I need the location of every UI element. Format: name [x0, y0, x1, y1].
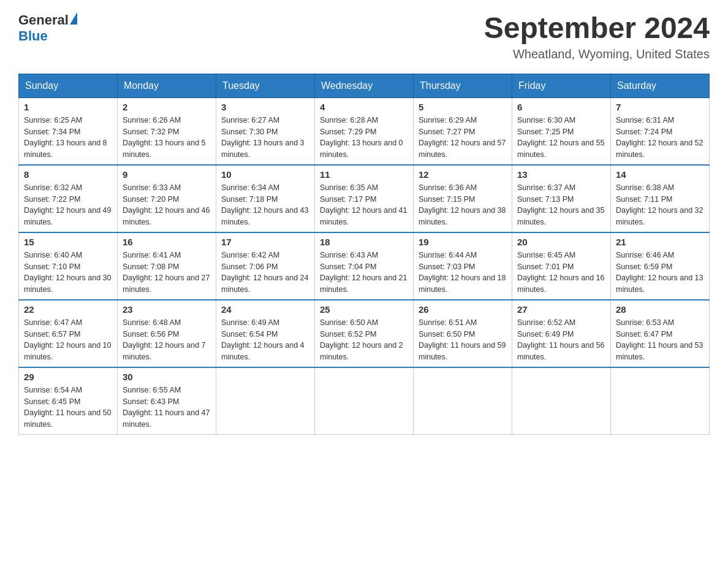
day-number: 15 — [24, 237, 112, 247]
day-number: 27 — [517, 304, 605, 315]
calendar-day-cell — [611, 367, 710, 435]
day-number: 28 — [616, 304, 704, 315]
calendar-day-cell: 18Sunrise: 6:43 AMSunset: 7:04 PMDayligh… — [315, 232, 414, 300]
calendar-day-cell: 27Sunrise: 6:52 AMSunset: 6:49 PMDayligh… — [512, 300, 611, 367]
weekday-header-row: SundayMondayTuesdayWednesdayThursdayFrid… — [19, 74, 710, 98]
day-number: 19 — [419, 237, 507, 247]
day-info: Sunrise: 6:37 AMSunset: 7:13 PMDaylight:… — [517, 182, 605, 228]
day-number: 3 — [221, 102, 309, 112]
day-info: Sunrise: 6:55 AMSunset: 6:43 PMDaylight:… — [123, 385, 211, 431]
day-number: 26 — [419, 304, 507, 315]
day-number: 5 — [419, 102, 507, 112]
calendar-day-cell: 3Sunrise: 6:27 AMSunset: 7:30 PMDaylight… — [216, 98, 315, 165]
calendar-day-cell: 10Sunrise: 6:34 AMSunset: 7:18 PMDayligh… — [216, 165, 315, 232]
calendar-day-cell: 8Sunrise: 6:32 AMSunset: 7:22 PMDaylight… — [19, 165, 118, 232]
day-number: 11 — [320, 169, 408, 180]
day-info: Sunrise: 6:27 AMSunset: 7:30 PMDaylight:… — [221, 115, 309, 161]
day-info: Sunrise: 6:52 AMSunset: 6:49 PMDaylight:… — [517, 317, 605, 363]
page-header: General Blue September 2024 Wheatland, W… — [18, 12, 710, 61]
weekday-header-saturday: Saturday — [611, 74, 710, 98]
day-info: Sunrise: 6:31 AMSunset: 7:24 PMDaylight:… — [616, 115, 704, 161]
day-info: Sunrise: 6:25 AMSunset: 7:34 PMDaylight:… — [24, 115, 112, 161]
day-info: Sunrise: 6:43 AMSunset: 7:04 PMDaylight:… — [320, 250, 408, 296]
day-number: 7 — [616, 102, 704, 112]
day-info: Sunrise: 6:40 AMSunset: 7:10 PMDaylight:… — [24, 250, 112, 296]
calendar-day-cell: 13Sunrise: 6:37 AMSunset: 7:13 PMDayligh… — [512, 165, 611, 232]
calendar-day-cell: 23Sunrise: 6:48 AMSunset: 6:56 PMDayligh… — [118, 300, 216, 367]
day-info: Sunrise: 6:48 AMSunset: 6:56 PMDaylight:… — [123, 317, 211, 363]
day-number: 20 — [517, 237, 605, 247]
day-number: 14 — [616, 169, 704, 180]
calendar-day-cell: 25Sunrise: 6:50 AMSunset: 6:52 PMDayligh… — [315, 300, 414, 367]
calendar-title: September 2024 — [484, 12, 710, 45]
day-number: 4 — [320, 102, 408, 112]
day-number: 30 — [123, 372, 211, 382]
calendar-day-cell: 12Sunrise: 6:36 AMSunset: 7:15 PMDayligh… — [414, 165, 512, 232]
calendar-day-cell — [414, 367, 512, 435]
calendar-day-cell: 24Sunrise: 6:49 AMSunset: 6:54 PMDayligh… — [216, 300, 315, 367]
day-info: Sunrise: 6:47 AMSunset: 6:57 PMDaylight:… — [24, 317, 112, 363]
day-number: 22 — [24, 304, 112, 315]
calendar-day-cell: 16Sunrise: 6:41 AMSunset: 7:08 PMDayligh… — [118, 232, 216, 300]
day-number: 16 — [123, 237, 211, 247]
day-info: Sunrise: 6:34 AMSunset: 7:18 PMDaylight:… — [221, 182, 309, 228]
day-info: Sunrise: 6:41 AMSunset: 7:08 PMDaylight:… — [123, 250, 211, 296]
day-number: 2 — [123, 102, 211, 112]
calendar-day-cell: 15Sunrise: 6:40 AMSunset: 7:10 PMDayligh… — [19, 232, 118, 300]
day-info: Sunrise: 6:33 AMSunset: 7:20 PMDaylight:… — [123, 182, 211, 228]
day-info: Sunrise: 6:51 AMSunset: 6:50 PMDaylight:… — [419, 317, 507, 363]
calendar-day-cell: 29Sunrise: 6:54 AMSunset: 6:45 PMDayligh… — [19, 367, 118, 435]
day-number: 24 — [221, 304, 309, 315]
calendar-week-row: 1Sunrise: 6:25 AMSunset: 7:34 PMDaylight… — [19, 98, 710, 165]
day-number: 6 — [517, 102, 605, 112]
day-info: Sunrise: 6:54 AMSunset: 6:45 PMDaylight:… — [24, 385, 112, 431]
day-number: 25 — [320, 304, 408, 315]
weekday-header-thursday: Thursday — [414, 74, 512, 98]
calendar-day-cell: 28Sunrise: 6:53 AMSunset: 6:47 PMDayligh… — [611, 300, 710, 367]
day-info: Sunrise: 6:28 AMSunset: 7:29 PMDaylight:… — [320, 115, 408, 161]
day-info: Sunrise: 6:45 AMSunset: 7:01 PMDaylight:… — [517, 250, 605, 296]
day-info: Sunrise: 6:30 AMSunset: 7:25 PMDaylight:… — [517, 115, 605, 161]
day-info: Sunrise: 6:35 AMSunset: 7:17 PMDaylight:… — [320, 182, 408, 228]
calendar-day-cell: 5Sunrise: 6:29 AMSunset: 7:27 PMDaylight… — [414, 98, 512, 165]
calendar-day-cell: 11Sunrise: 6:35 AMSunset: 7:17 PMDayligh… — [315, 165, 414, 232]
weekday-header-sunday: Sunday — [19, 74, 118, 98]
day-info: Sunrise: 6:32 AMSunset: 7:22 PMDaylight:… — [24, 182, 112, 228]
calendar-subtitle: Wheatland, Wyoming, United States — [484, 47, 710, 61]
calendar-day-cell: 1Sunrise: 6:25 AMSunset: 7:34 PMDaylight… — [19, 98, 118, 165]
day-number: 8 — [24, 169, 112, 180]
calendar-day-cell — [315, 367, 414, 435]
day-info: Sunrise: 6:49 AMSunset: 6:54 PMDaylight:… — [221, 317, 309, 363]
calendar-table: SundayMondayTuesdayWednesdayThursdayFrid… — [18, 74, 710, 435]
logo-icon — [70, 12, 77, 25]
calendar-day-cell: 20Sunrise: 6:45 AMSunset: 7:01 PMDayligh… — [512, 232, 611, 300]
calendar-day-cell: 2Sunrise: 6:26 AMSunset: 7:32 PMDaylight… — [118, 98, 216, 165]
calendar-day-cell — [512, 367, 611, 435]
day-number: 10 — [221, 169, 309, 180]
calendar-day-cell: 19Sunrise: 6:44 AMSunset: 7:03 PMDayligh… — [414, 232, 512, 300]
day-number: 29 — [24, 372, 112, 382]
day-number: 9 — [123, 169, 211, 180]
day-info: Sunrise: 6:46 AMSunset: 6:59 PMDaylight:… — [616, 250, 704, 296]
logo[interactable]: General Blue — [18, 12, 77, 44]
calendar-day-cell: 22Sunrise: 6:47 AMSunset: 6:57 PMDayligh… — [19, 300, 118, 367]
weekday-header-friday: Friday — [512, 74, 611, 98]
day-number: 18 — [320, 237, 408, 247]
calendar-day-cell: 30Sunrise: 6:55 AMSunset: 6:43 PMDayligh… — [118, 367, 216, 435]
day-number: 17 — [221, 237, 309, 247]
calendar-week-row: 8Sunrise: 6:32 AMSunset: 7:22 PMDaylight… — [19, 165, 710, 232]
day-info: Sunrise: 6:44 AMSunset: 7:03 PMDaylight:… — [419, 250, 507, 296]
day-number: 13 — [517, 169, 605, 180]
day-info: Sunrise: 6:50 AMSunset: 6:52 PMDaylight:… — [320, 317, 408, 363]
weekday-header-tuesday: Tuesday — [216, 74, 315, 98]
logo-text: General Blue — [18, 12, 77, 44]
calendar-day-cell: 14Sunrise: 6:38 AMSunset: 7:11 PMDayligh… — [611, 165, 710, 232]
weekday-header-wednesday: Wednesday — [315, 74, 414, 98]
weekday-header-monday: Monday — [118, 74, 216, 98]
calendar-day-cell: 6Sunrise: 6:30 AMSunset: 7:25 PMDaylight… — [512, 98, 611, 165]
calendar-day-cell: 21Sunrise: 6:46 AMSunset: 6:59 PMDayligh… — [611, 232, 710, 300]
calendar-week-row: 22Sunrise: 6:47 AMSunset: 6:57 PMDayligh… — [19, 300, 710, 367]
day-info: Sunrise: 6:38 AMSunset: 7:11 PMDaylight:… — [616, 182, 704, 228]
calendar-day-cell: 7Sunrise: 6:31 AMSunset: 7:24 PMDaylight… — [611, 98, 710, 165]
calendar-day-cell — [216, 367, 315, 435]
